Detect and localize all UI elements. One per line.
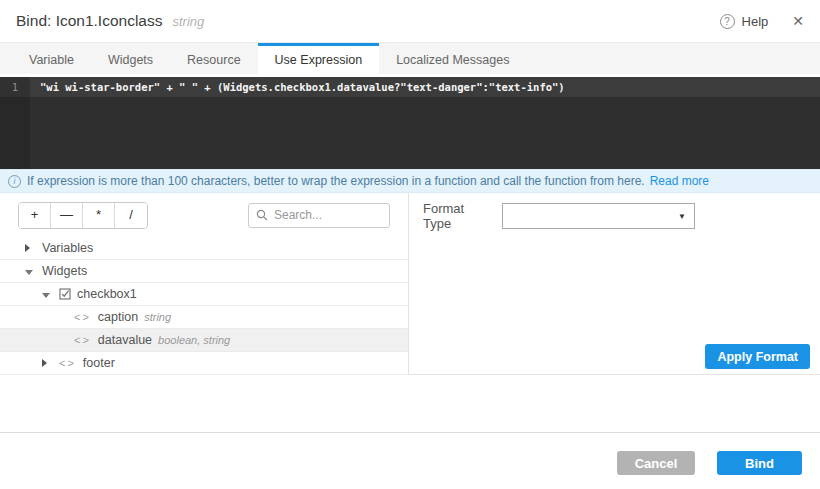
tree-item-footer[interactable]: <> footer <box>0 352 408 375</box>
tab-bar: Variable Widgets Resource Use Expression… <box>0 43 820 74</box>
line-number: 1 <box>0 77 30 97</box>
page-title: Bind: Icon1.Iconclass <box>16 12 162 30</box>
operator-divide-button[interactable]: / <box>115 203 147 228</box>
property-icon: <> <box>74 311 91 323</box>
info-message: If expression is more than 100 character… <box>27 174 645 188</box>
help-button[interactable]: ? Help <box>720 14 769 29</box>
editor-active-line[interactable]: 1 "wi wi-star-border" + " " + (Widgets.c… <box>0 77 820 97</box>
bind-dialog: Bind: Icon1.Iconclass string ? Help ✕ Va… <box>0 0 820 489</box>
search-input[interactable] <box>274 208 382 222</box>
tree-item-label: caption <box>98 310 138 324</box>
tree-item-caption[interactable]: <> caption string <box>0 306 408 329</box>
tab-resource[interactable]: Resource <box>170 43 258 74</box>
read-more-link[interactable]: Read more <box>650 174 709 188</box>
dialog-header: Bind: Icon1.Iconclass string ? Help ✕ <box>0 0 820 43</box>
operator-plus-button[interactable]: + <box>19 203 51 228</box>
property-icon: <> <box>59 357 76 369</box>
footer-divider <box>0 432 820 433</box>
property-type-hint: string <box>172 14 204 29</box>
expression-editor[interactable]: 1 "wi wi-star-border" + " " + (Widgets.c… <box>0 77 820 169</box>
tree-item-label: footer <box>83 356 115 370</box>
expression-code: "wi wi-star-border" + " " + (Widgets.che… <box>30 81 565 93</box>
operator-multiply-button[interactable]: * <box>83 203 115 228</box>
tree-item-variables[interactable]: Variables <box>0 237 408 260</box>
search-icon <box>256 209 268 221</box>
dialog-footer: Cancel Bind <box>0 375 820 489</box>
format-type-label: Format Type <box>423 201 488 231</box>
tree-item-checkbox1[interactable]: checkbox1 <box>0 283 408 306</box>
operator-minus-button[interactable]: — <box>51 203 83 228</box>
tree-item-widgets[interactable]: Widgets <box>0 260 408 283</box>
tree-item-label: checkbox1 <box>77 287 137 301</box>
info-icon: i <box>8 175 21 188</box>
tree-item-type: string <box>144 311 171 323</box>
checkbox-widget-icon <box>59 288 71 300</box>
tree-item-datavalue[interactable]: <> datavalue boolean, string <box>0 329 408 352</box>
help-icon: ? <box>720 14 735 29</box>
chevron-down-icon[interactable] <box>25 264 35 278</box>
tab-use-expression[interactable]: Use Expression <box>258 43 380 74</box>
apply-format-button[interactable]: Apply Format <box>705 344 810 369</box>
search-box <box>248 203 390 228</box>
format-panel: Format Type ▼ Apply Format <box>409 193 820 374</box>
chevron-right-icon[interactable] <box>42 356 52 370</box>
bind-button[interactable]: Bind <box>717 451 802 475</box>
format-type-select[interactable]: ▼ <box>502 203 695 229</box>
chevron-right-icon[interactable] <box>25 241 35 255</box>
binding-tree: Variables Widgets checkbox1 <box>0 237 408 375</box>
expression-builder-panel: + — * / Variables <box>0 193 409 374</box>
tree-item-label: Variables <box>42 241 93 255</box>
cancel-button[interactable]: Cancel <box>617 451 695 475</box>
property-icon: <> <box>74 334 91 346</box>
close-icon[interactable]: ✕ <box>792 13 804 29</box>
tree-item-label: Widgets <box>42 264 87 278</box>
dropdown-arrow-icon: ▼ <box>678 212 686 221</box>
content-area: + — * / Variables <box>0 193 820 375</box>
chevron-down-icon[interactable] <box>42 287 52 301</box>
expression-info-bar: i If expression is more than 100 charact… <box>0 169 820 193</box>
tree-item-type: boolean, string <box>158 334 230 346</box>
builder-toolbar: + — * / <box>0 193 408 237</box>
tree-item-label: datavalue <box>98 333 152 347</box>
operator-group: + — * / <box>18 202 148 229</box>
tab-localized-messages[interactable]: Localized Messages <box>379 43 526 74</box>
tab-widgets[interactable]: Widgets <box>91 43 170 74</box>
help-label: Help <box>742 14 769 29</box>
tab-variable[interactable]: Variable <box>12 43 91 74</box>
